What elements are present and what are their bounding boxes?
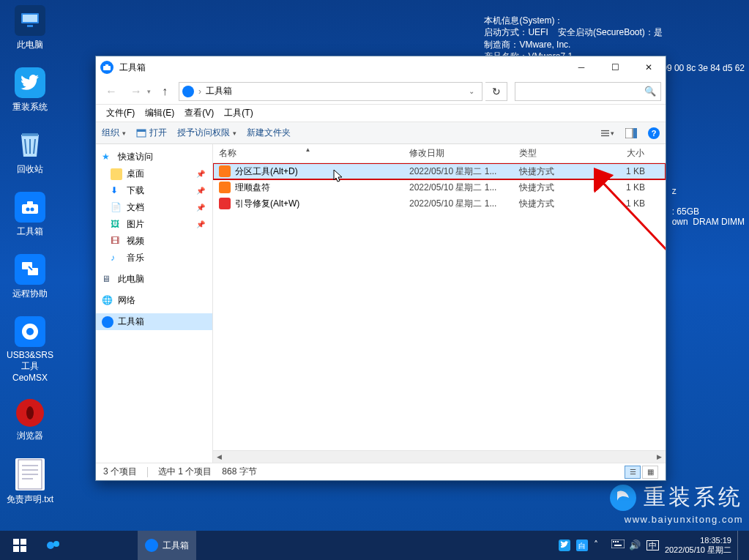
monitor-icon: [15, 5, 45, 36]
sidebar-item-documents[interactable]: 📄 文档📌: [96, 199, 212, 216]
up-button[interactable]: ↑: [154, 81, 176, 102]
desktop-icon-browser[interactable]: 浏览器: [4, 397, 56, 444]
svg-rect-31: [13, 546, 19, 552]
sidebar-item-music[interactable]: ♪ 音乐: [96, 250, 212, 266]
search-box[interactable]: 🔍: [515, 82, 661, 101]
hardware-info-overlay: z : 65GB own DRAM DIMM: [672, 176, 745, 227]
scroll-right-button[interactable]: ▶: [653, 451, 666, 463]
maximize-button[interactable]: ☐: [598, 56, 632, 78]
file-row[interactable]: 引导修复(Alt+W) 2022/05/10 星期二 1... 快捷方式 1 K…: [213, 195, 666, 212]
search-icon[interactable]: 🔍: [644, 86, 656, 97]
preview-pane-button[interactable]: [625, 127, 638, 140]
sidebar-item-pictures[interactable]: 🖼 图片📌: [96, 216, 212, 233]
shortcut-icon: [219, 182, 231, 193]
svg-rect-8: [28, 268, 38, 275]
desktop-icon-recyclebin[interactable]: 回收站: [4, 128, 56, 177]
desktop-icon-reinstall[interactable]: 重装系统: [4, 66, 56, 115]
desktop-icon-toolbox[interactable]: 工具箱: [4, 190, 56, 239]
help-button[interactable]: ?: [648, 127, 660, 139]
tray-app-icon[interactable]: 白: [576, 540, 588, 551]
svg-text:白: 白: [578, 542, 586, 550]
sidebar-toolbox[interactable]: 工具箱: [96, 313, 212, 330]
close-button[interactable]: ✕: [632, 56, 666, 78]
desktop-icon-label: 浏览器: [17, 430, 43, 442]
tray-bird-icon[interactable]: [559, 540, 570, 551]
tray-chevron-icon[interactable]: ˄: [594, 540, 605, 551]
show-desktop-button[interactable]: [737, 531, 742, 560]
svg-rect-2: [27, 25, 33, 27]
svg-point-12: [26, 406, 34, 419]
desktop-icon-label: USB3&SRS 工具CeoMSX: [5, 350, 55, 383]
sidebar-item-videos[interactable]: 🎞 视频: [96, 233, 212, 250]
sidebar-thispc[interactable]: 🖥 此电脑: [96, 271, 212, 288]
file-row[interactable]: 理顺盘符 2022/05/10 星期二 1... 快捷方式 1 KB: [213, 179, 666, 195]
column-header-name[interactable]: 名称 ▲: [213, 147, 403, 160]
bird-icon: [15, 67, 45, 98]
sidebar-item-desktop[interactable]: 桌面📌: [96, 165, 212, 182]
desktop-icon-remote[interactable]: 远程协助: [4, 253, 56, 302]
location-icon: [182, 86, 194, 97]
address-bar[interactable]: › 工具箱 ⌄: [179, 82, 482, 101]
svg-point-10: [26, 328, 34, 335]
column-header-size[interactable]: 大小: [598, 147, 651, 160]
status-item-count: 3 个项目: [103, 466, 137, 478]
menu-tools[interactable]: 工具(T): [220, 105, 257, 121]
pictures-icon: 🖼: [111, 219, 122, 231]
tray-volume-icon[interactable]: 🔊: [629, 540, 641, 551]
details-view-button[interactable]: ☰: [625, 466, 641, 479]
desktop-icon-thispc[interactable]: 此电脑: [4, 4, 56, 53]
window-titlebar[interactable]: 工具箱 ─ ☐ ✕: [96, 56, 666, 78]
svg-rect-24: [601, 132, 609, 133]
svg-rect-4: [27, 201, 33, 205]
file-list[interactable]: 分区工具(Alt+D) 2022/05/10 星期二 1... 快捷方式 1 K…: [213, 163, 666, 450]
scroll-left-button[interactable]: ◀: [213, 451, 226, 463]
open-button[interactable]: 打开: [136, 127, 167, 139]
menu-view[interactable]: 查看(V): [180, 105, 218, 121]
clock-time: 18:35:19: [665, 536, 731, 545]
sidebar-item-downloads[interactable]: ⬇ 下载📌: [96, 182, 212, 199]
pin-icon: 📌: [196, 204, 205, 212]
system-tray: 白 ˄ 🔊 中 18:35:19 2022/05/10 星期二: [559, 531, 746, 560]
taskbar-clock[interactable]: 18:35:19 2022/05/10 星期二: [665, 536, 731, 554]
sort-indicator-icon: ▲: [305, 146, 311, 153]
taskbar-app-partition[interactable]: [104, 531, 138, 560]
file-row[interactable]: 分区工具(Alt+D) 2022/05/10 星期二 1... 快捷方式 1 K…: [213, 163, 666, 179]
start-button[interactable]: [3, 531, 37, 560]
toolbox-icon: [102, 316, 113, 328]
scroll-track[interactable]: [226, 451, 653, 463]
organize-button[interactable]: 组织▾: [102, 127, 126, 139]
minimize-button[interactable]: ─: [564, 56, 598, 78]
new-folder-button[interactable]: 新建文件夹: [247, 127, 291, 139]
horizontal-scrollbar[interactable]: ◀ ▶: [213, 450, 666, 463]
grant-access-button[interactable]: 授予访问权限▾: [177, 127, 236, 139]
column-header-type[interactable]: 类型: [513, 147, 598, 160]
menu-file[interactable]: 文件(F): [102, 105, 139, 121]
taskbar-app-terminal[interactable]: [70, 531, 104, 560]
sidebar-network[interactable]: 🌐 网络: [96, 292, 212, 309]
taskbar-app-toolbox[interactable]: 工具箱: [138, 531, 196, 560]
svg-rect-25: [601, 135, 609, 135]
tray-keyboard-icon[interactable]: [611, 540, 623, 551]
desktop-icon-disclaimer[interactable]: 免责声明.txt: [4, 457, 56, 507]
navigation-pane: ★ 快速访问 桌面📌 ⬇ 下载📌 📄 文档📌 🖼 图片📌: [96, 144, 213, 463]
taskbar-app-manager[interactable]: [37, 531, 70, 560]
address-dropdown-icon[interactable]: ⌄: [464, 87, 479, 95]
sidebar-quick-access[interactable]: ★ 快速访问: [96, 149, 212, 165]
breadcrumb-item[interactable]: 工具箱: [206, 85, 232, 97]
desktop-icon-label: 工具箱: [17, 225, 43, 238]
refresh-button[interactable]: ↻: [485, 82, 507, 101]
icons-view-button[interactable]: ▦: [642, 466, 658, 479]
back-button[interactable]: ←: [100, 81, 122, 102]
menu-edit[interactable]: 编辑(E): [141, 105, 179, 121]
view-mode-button[interactable]: ▾: [601, 127, 614, 140]
search-input[interactable]: [520, 86, 644, 97]
pin-icon: 📌: [196, 187, 205, 195]
tray-ime-icon[interactable]: 中: [646, 540, 659, 550]
column-header-date[interactable]: 修改日期: [403, 147, 513, 160]
forward-button[interactable]: →: [125, 81, 147, 102]
brand-logo-icon: [610, 485, 636, 511]
recent-dropdown-icon[interactable]: ▾: [147, 88, 151, 95]
svg-rect-42: [614, 545, 622, 546]
desktop-icon-usb[interactable]: USB3&SRS 工具CeoMSX: [4, 315, 56, 384]
music-icon: ♪: [111, 253, 122, 264]
